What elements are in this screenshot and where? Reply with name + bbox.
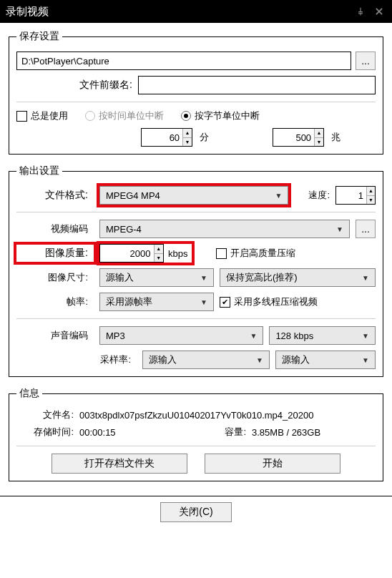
filename-label: 文件名: (16, 408, 79, 421)
channel-value: 源输入 (282, 353, 359, 366)
quality-stepper[interactable]: ▲▼ (99, 244, 164, 263)
multithread-label: 采用多线程压缩视频 (234, 295, 318, 308)
browse-path-button[interactable]: ... (356, 52, 376, 70)
sample-label: 采样率: (16, 353, 137, 366)
prefix-input[interactable] (138, 76, 376, 94)
aenc-value: MP3 (106, 330, 247, 341)
titlebar: 录制视频 (0, 0, 392, 23)
duration-value: 00:00:15 (79, 427, 203, 438)
speed-label: 速度: (308, 189, 330, 202)
always-use-checkbox[interactable]: 总是使用 (16, 109, 68, 122)
chevron-down-icon: ▼ (333, 225, 346, 233)
capacity-label: 容量: (203, 426, 252, 439)
multithread-checkbox[interactable]: 采用多线程压缩视频 (220, 295, 318, 308)
filename-value: 003tx8pdlx07psfZkzuU010402017YvT0k010.mp… (79, 410, 376, 421)
sample-rate-select[interactable]: 源输入 ▼ (142, 351, 270, 369)
size-value: 源输入 (106, 271, 197, 284)
checkbox-icon (220, 297, 230, 308)
fps-select[interactable]: 采用源帧率 ▼ (99, 293, 214, 311)
spin-down-icon[interactable]: ▼ (367, 196, 375, 205)
bottom-bar: 关闭(C) (0, 496, 392, 528)
chevron-down-icon: ▼ (197, 298, 210, 306)
radio-time-break[interactable]: 按时间单位中断 (85, 109, 164, 122)
close-button[interactable]: 关闭(C) (160, 502, 232, 522)
sample-value: 源输入 (149, 353, 253, 366)
speed-stepper[interactable]: ▲▼ (335, 186, 376, 205)
spin-up-icon[interactable]: ▲ (315, 129, 323, 138)
info-group: 信息 文件名: 003tx8pdlx07psfZkzuU010402017YvT… (9, 387, 383, 481)
divider (16, 318, 376, 319)
chevron-down-icon: ▼ (253, 356, 266, 364)
bytes-value-input[interactable] (273, 129, 314, 146)
quality-label: 图像质量: (16, 245, 94, 262)
time-value-stepper[interactable]: ▲▼ (141, 128, 192, 147)
capacity-value: 3.85MB / 263GB (252, 427, 376, 438)
prefix-label: 文件前缀名: (16, 79, 138, 92)
radio-bytes-label: 按字节单位中断 (195, 109, 260, 122)
fps-label: 帧率: (16, 295, 94, 308)
quality-input[interactable] (100, 245, 154, 262)
time-value-input[interactable] (142, 129, 182, 146)
spin-up-icon[interactable]: ▲ (155, 245, 163, 254)
format-label: 文件格式: (16, 189, 94, 202)
radio-time-label: 按时间单位中断 (99, 109, 164, 122)
venc-value: MPEG-4 (106, 224, 333, 235)
divider (16, 102, 376, 102)
spin-up-icon[interactable]: ▲ (367, 187, 375, 196)
channel-select[interactable]: 源输入 ▼ (275, 351, 376, 369)
chevron-down-icon: ▼ (272, 192, 285, 200)
aenc-label: 声音编码 (16, 329, 94, 342)
divider (16, 212, 376, 212)
pin-icon[interactable] (353, 4, 368, 19)
speed-input[interactable] (336, 187, 366, 204)
quality-unit: kbps (168, 248, 187, 259)
hq-compress-checkbox[interactable]: 开启高质量压缩 (216, 247, 295, 260)
size-label: 图像尺寸: (16, 271, 94, 284)
audio-encoder-select[interactable]: MP3 ▼ (99, 326, 263, 345)
chevron-down-icon: ▼ (197, 274, 210, 282)
aspect-value: 保持宽高比(推荐) (226, 271, 359, 284)
start-button[interactable]: 开始 (205, 454, 340, 474)
chevron-down-icon: ▼ (359, 332, 372, 340)
image-size-select[interactable]: 源输入 ▼ (99, 268, 214, 287)
output-settings-group: 输出设置 文件格式: MPEG4 MP4 ▼ 速度: ▲▼ 视频编码 MPEG-… (9, 165, 383, 377)
venc-label: 视频编码 (16, 222, 94, 235)
chevron-down-icon: ▼ (359, 356, 372, 364)
chevron-down-icon: ▼ (359, 274, 372, 282)
checkbox-icon (216, 248, 227, 259)
radio-icon (85, 111, 95, 121)
chevron-down-icon: ▼ (247, 332, 260, 340)
open-folder-button[interactable]: 打开存档文件夹 (52, 454, 187, 474)
duration-label: 存储时间: (16, 426, 79, 439)
spin-down-icon[interactable]: ▼ (183, 138, 192, 147)
hq-compress-label: 开启高质量压缩 (230, 247, 295, 260)
bytes-value-stepper[interactable]: ▲▼ (273, 128, 324, 147)
info-legend: 信息 (16, 387, 42, 400)
spin-down-icon[interactable]: ▼ (315, 138, 323, 147)
save-path-input[interactable] (16, 52, 351, 70)
video-encoder-select[interactable]: MPEG-4 ▼ (99, 220, 350, 238)
file-format-select[interactable]: MPEG4 MP4 ▼ (99, 186, 288, 205)
time-unit: 分 (200, 131, 217, 144)
video-encoder-more-button[interactable]: ... (356, 220, 376, 238)
aspect-ratio-select[interactable]: 保持宽高比(推荐) ▼ (220, 268, 376, 287)
radio-icon (181, 111, 191, 121)
fps-value: 采用源帧率 (106, 295, 197, 308)
abitrate-value: 128 kbps (275, 330, 359, 341)
save-settings-group: 保存设置 ... 文件前缀名: 总是使用 按时间单位中断 按字节单位中断 (9, 30, 383, 155)
checkbox-icon (16, 111, 27, 122)
divider (16, 446, 376, 446)
format-value: MPEG4 MP4 (106, 190, 272, 201)
spin-up-icon[interactable]: ▲ (183, 129, 192, 138)
save-legend: 保存设置 (16, 30, 62, 43)
window-title: 录制视频 (6, 5, 49, 19)
bytes-unit: 兆 (331, 131, 340, 144)
close-icon[interactable] (372, 4, 386, 19)
spin-down-icon[interactable]: ▼ (155, 254, 163, 263)
audio-bitrate-select[interactable]: 128 kbps ▼ (269, 326, 376, 345)
radio-bytes-break[interactable]: 按字节单位中断 (181, 109, 260, 122)
output-legend: 输出设置 (16, 165, 62, 177)
always-use-label: 总是使用 (31, 109, 68, 122)
